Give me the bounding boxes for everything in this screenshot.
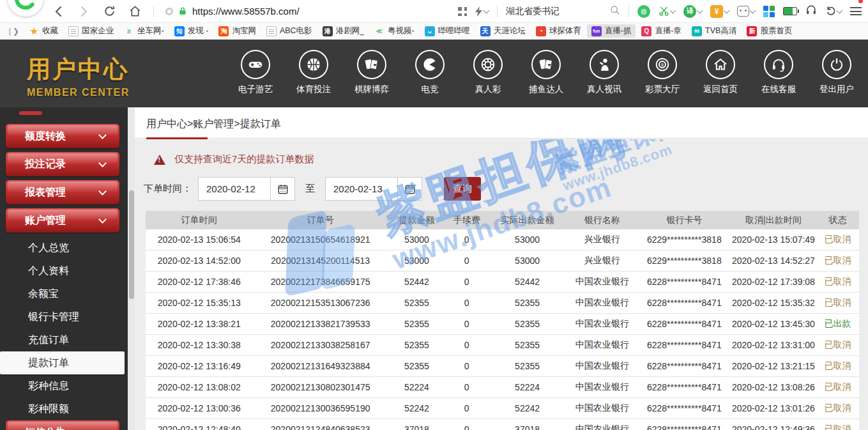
status-badge: 已取消 xyxy=(816,335,859,355)
calendar-icon[interactable] xyxy=(270,178,294,200)
sidebar-sub-item[interactable]: 银行卡管理 xyxy=(0,305,128,328)
sidebar-scrollbar[interactable] xyxy=(128,107,135,430)
bookmark-item[interactable]: Q直播-章 xyxy=(637,24,686,38)
header-nav-cards[interactable]: 棋牌博弈 xyxy=(352,50,392,95)
bookmark-item[interactable]: ᴗ哔哩哔哩 xyxy=(420,24,475,38)
speed-mode-button[interactable] xyxy=(475,6,489,17)
table-cell: 2020-02-12 15:35:32 xyxy=(731,293,816,313)
wallet-icon[interactable]: ◍ xyxy=(637,5,650,18)
header-nav-roulette[interactable]: 真人彩 xyxy=(468,50,508,95)
table-cell: 52442 xyxy=(388,272,445,292)
header-nav-pacman[interactable]: 电竞 xyxy=(410,50,450,95)
bookmark-item[interactable]: 国家企业 xyxy=(64,24,118,38)
menu-icon[interactable] xyxy=(850,7,862,15)
date-from-input[interactable]: 2020-02-12 xyxy=(198,177,295,201)
table-row[interactable]: 2020-02-12 13:30:38202002121330382581675… xyxy=(146,335,859,356)
shield-icon[interactable]: ¥ xyxy=(710,5,729,18)
table-cell: 0 xyxy=(445,229,488,250)
browser-search-input[interactable]: 湖北省委书记 xyxy=(506,6,602,17)
header-nav-person[interactable]: 真人视讯 xyxy=(584,50,624,95)
battery-icon[interactable] xyxy=(783,7,797,15)
sidebar-sub-item[interactable]: 充值订单 xyxy=(0,328,128,351)
qr-code-icon[interactable] xyxy=(458,7,467,16)
bookmarks-sidebar-toggle[interactable]: ❘❯ xyxy=(6,27,19,36)
table-cell: 20200212153513067236 xyxy=(253,293,388,313)
table-cell: 37018 xyxy=(388,419,445,430)
home-button[interactable] xyxy=(128,4,142,19)
refresh-button[interactable] xyxy=(102,4,116,19)
chevron-down-icon xyxy=(98,187,107,196)
table-cell: 6228**********8471 xyxy=(638,314,731,334)
date-to-input[interactable]: 2020-02-13 xyxy=(325,177,422,201)
table-cell: 2020-02-12 13:08:26 xyxy=(731,377,816,397)
header-nav-eightball[interactable]: 8 彩票大厅 xyxy=(643,50,682,95)
bookmark-item[interactable]: 知发现 - xyxy=(170,24,213,38)
bookmark-item[interactable]: 港港剧网_ xyxy=(318,24,369,38)
header-nav-cards[interactable]: 捕鱼达人 xyxy=(526,50,566,95)
date-to-value[interactable]: 2020-02-13 xyxy=(326,183,397,194)
undo-button[interactable] xyxy=(825,6,842,17)
bookmark-item[interactable]: ≪粤视频- xyxy=(370,24,419,38)
search-icon[interactable] xyxy=(610,5,620,18)
query-button[interactable]: 查询 xyxy=(444,177,481,201)
scrollbar-thumb[interactable] xyxy=(129,190,134,299)
header-nav-gamepad[interactable]: 电子游艺 xyxy=(236,50,275,95)
table-cell: 兴业银行 xyxy=(567,229,638,250)
table-body: 2020-02-13 15:06:54202002131506546189215… xyxy=(146,229,859,430)
sidebar-group-item[interactable]: 额度转换 xyxy=(6,124,119,148)
table-row[interactable]: 2020-02-12 13:08:02202002121308023014755… xyxy=(146,377,859,398)
table-cell: 6228**********8471 xyxy=(638,377,731,397)
sidebar-sub-item[interactable]: 个人总览 xyxy=(0,236,128,259)
bookmark-item[interactable]: 66TVB高清 xyxy=(687,24,741,38)
sidebar-group-item[interactable]: 短信公告 xyxy=(6,420,119,430)
table-row[interactable]: 2020-02-13 14:52:00202002131452001145135… xyxy=(146,250,859,272)
url-text[interactable]: https://www.58557b.com/ xyxy=(192,6,300,17)
game-box-button[interactable] xyxy=(737,6,755,17)
bookmark-item[interactable]: ★收藏 xyxy=(24,24,63,38)
screenshot-button[interactable] xyxy=(659,6,675,17)
date-from-value[interactable]: 2020-02-12 xyxy=(199,183,270,194)
basketball-icon xyxy=(299,50,328,79)
sidebar-group-item[interactable]: 投注记录 xyxy=(6,152,119,176)
sidebar-sub-item[interactable]: 提款订单 xyxy=(0,351,125,374)
back-button[interactable] xyxy=(51,4,65,19)
translate-button[interactable]: 译 xyxy=(683,5,702,18)
table-row[interactable]: 2020-02-12 13:00:36202002121300365951905… xyxy=(146,398,859,419)
sidebar-sub-item[interactable]: 彩种信息 xyxy=(0,374,128,397)
main-content: 用户中心>账户管理>提款订单 仅支持查询近7天的提款订单数据 下单时间： 202… xyxy=(135,107,868,430)
header-nav-home[interactable]: 返回首页 xyxy=(701,50,740,95)
table-cell: 0 xyxy=(445,356,488,376)
table-cell: 2020-02-12 12:48:40 xyxy=(146,419,253,430)
table-row[interactable]: 2020-02-12 17:38:46202002121738466591755… xyxy=(146,272,859,293)
address-bar[interactable]: https://www.58557b.com/ xyxy=(165,6,300,17)
warning-banner: 仅支持查询近7天的提款订单数据 xyxy=(154,153,868,165)
sidebar-sub-item[interactable]: 余额宝 xyxy=(0,282,128,305)
bookmark-item[interactable]: ◔球探体育 xyxy=(531,24,586,38)
headphones-icon[interactable] xyxy=(805,4,817,19)
table-row[interactable]: 2020-02-13 15:06:54202002131506546189215… xyxy=(146,229,859,250)
table-row[interactable]: 2020-02-12 13:38:21202002121338217395335… xyxy=(146,314,859,335)
table-row[interactable]: 2020-02-12 15:35:13202002121535130672365… xyxy=(146,293,859,314)
sidebar-group-item[interactable]: 账户管理 xyxy=(6,208,119,233)
bookmark-item[interactable]: fun直播-抓 xyxy=(587,24,636,38)
forward-button[interactable] xyxy=(77,4,91,19)
bookmark-item[interactable]: 新股票首页 xyxy=(742,24,796,38)
table-cell: 0 xyxy=(445,335,488,355)
calendar-icon[interactable] xyxy=(397,178,422,200)
bookmark-item[interactable]: 淘淘宝网 xyxy=(214,24,261,38)
sidebar-group-item[interactable]: 报表管理 xyxy=(6,180,119,204)
site-info-icon[interactable] xyxy=(165,8,173,15)
status-badge: 已出款 xyxy=(816,314,859,334)
bookmark-item[interactable]: ABC电影 xyxy=(262,24,317,38)
table-row[interactable]: 2020-02-12 12:48:40202002121248406385233… xyxy=(146,419,859,430)
table-row[interactable]: 2020-02-12 13:16:49202002121316493238845… xyxy=(146,356,859,377)
apps-grid-icon[interactable] xyxy=(763,6,775,17)
browser-logo-icon[interactable] xyxy=(8,0,43,17)
sidebar-sub-item[interactable]: 个人资料 xyxy=(0,259,128,282)
bookmark-item[interactable]: 天天涯论坛 xyxy=(476,24,530,38)
sidebar-sub-item[interactable]: 彩种限额 xyxy=(0,397,128,420)
header-nav-basketball[interactable]: 体育投注 xyxy=(294,50,333,95)
header-nav-headset[interactable]: 在线客服 xyxy=(759,50,798,95)
bookmark-item[interactable]: ≥坐车网- xyxy=(119,24,169,38)
header-nav-power[interactable]: 登出用户 xyxy=(817,50,857,95)
